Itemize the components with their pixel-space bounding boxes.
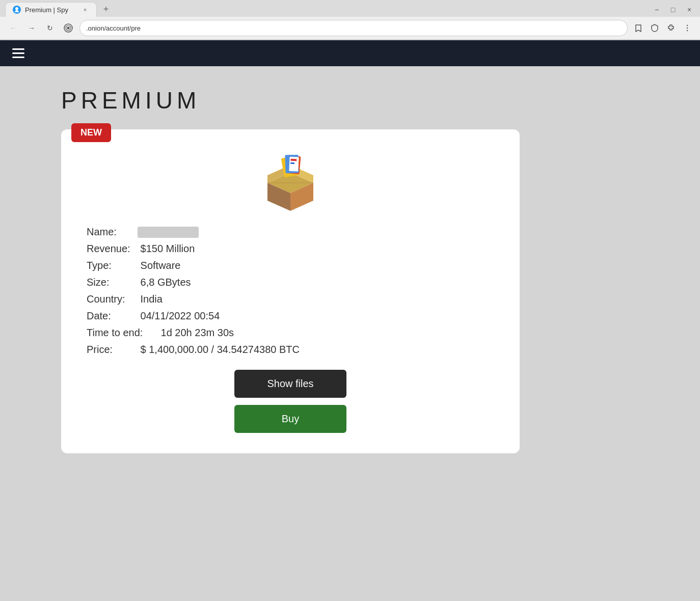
- bookmark-icon[interactable]: [632, 21, 645, 35]
- browser-chrome: Premium | Spy × + − □ × ← → ↻ .onion/acc…: [0, 0, 700, 40]
- date-row: Date: 04/11/2022 00:54: [87, 310, 494, 322]
- time-to-end-row: Time to end: 1d 20h 23m 30s: [87, 327, 494, 339]
- tab-bar: Premium | Spy × + − □ ×: [0, 0, 700, 17]
- country-value: India: [141, 293, 163, 305]
- revenue-value: $150 Million: [141, 243, 195, 255]
- main-content: PREMIUM NEW: [0, 66, 700, 525]
- size-label: Size:: [87, 277, 138, 288]
- box-icon-container: [87, 155, 494, 211]
- svg-point-0: [15, 7, 18, 10]
- extension-icon[interactable]: [664, 21, 678, 35]
- toolbar-icons: [632, 21, 694, 35]
- forward-button[interactable]: →: [24, 21, 39, 35]
- tor-icon: [61, 21, 75, 35]
- info-table: Name: Revenue: $150 Million Type: Softwa…: [87, 226, 494, 356]
- price-value: $ 1,400,000.00 / 34.54274380 BTC: [141, 344, 300, 356]
- new-tab-button[interactable]: +: [99, 3, 113, 17]
- tab-title: Premium | Spy: [25, 6, 68, 14]
- buy-button[interactable]: Buy: [234, 405, 346, 433]
- country-row: Country: India: [87, 293, 494, 305]
- hamburger-line-2: [12, 52, 24, 54]
- price-label: Price:: [87, 344, 138, 356]
- minimize-button[interactable]: −: [651, 4, 662, 15]
- window-controls: − □ ×: [651, 4, 695, 15]
- time-to-end-label: Time to end:: [87, 327, 158, 339]
- box-icon: [260, 155, 321, 211]
- size-value: 6,8 GBytes: [141, 277, 191, 288]
- close-window-button[interactable]: ×: [684, 4, 695, 15]
- address-bar[interactable]: .onion/account/pre: [79, 20, 628, 36]
- svg-point-5: [687, 28, 688, 29]
- tab-close-button[interactable]: ×: [81, 6, 89, 14]
- name-row: Name:: [87, 226, 494, 238]
- hamburger-button[interactable]: [12, 48, 24, 58]
- date-value: 04/11/2022 00:54: [141, 310, 220, 322]
- button-row: Show files Buy: [87, 370, 494, 433]
- tab-favicon: [13, 6, 21, 14]
- menu-icon[interactable]: [681, 21, 694, 35]
- revenue-row: Revenue: $150 Million: [87, 243, 494, 255]
- size-row: Size: 6,8 GBytes: [87, 277, 494, 288]
- svg-rect-17: [290, 162, 294, 164]
- type-value: Software: [141, 260, 181, 271]
- country-label: Country:: [87, 293, 138, 305]
- name-label: Name:: [87, 226, 138, 238]
- hamburger-line-3: [12, 57, 24, 58]
- price-row: Price: $ 1,400,000.00 / 34.54274380 BTC: [87, 344, 494, 356]
- type-label: Type:: [87, 260, 138, 271]
- svg-point-4: [687, 25, 688, 26]
- product-card: NEW: [61, 129, 520, 453]
- svg-point-6: [687, 30, 688, 31]
- show-files-button[interactable]: Show files: [234, 370, 346, 398]
- svg-rect-15: [289, 157, 299, 172]
- maximize-button[interactable]: □: [667, 4, 679, 15]
- site-header: [0, 40, 700, 66]
- active-tab[interactable]: Premium | Spy ×: [5, 2, 97, 17]
- back-button[interactable]: ←: [6, 21, 20, 35]
- svg-point-3: [67, 27, 70, 30]
- page-title: PREMIUM: [61, 87, 639, 114]
- address-text: .onion/account/pre: [86, 24, 621, 32]
- name-value: [138, 227, 199, 238]
- date-label: Date:: [87, 310, 138, 322]
- reload-button[interactable]: ↻: [43, 21, 57, 35]
- time-to-end-value: 1d 20h 23m 30s: [161, 327, 234, 339]
- svg-rect-16: [290, 159, 297, 161]
- shield-icon[interactable]: [648, 21, 661, 35]
- revenue-label: Revenue:: [87, 243, 138, 255]
- hamburger-line-1: [12, 48, 24, 50]
- new-badge: NEW: [71, 123, 111, 142]
- browser-toolbar: ← → ↻ .onion/account/pre: [0, 17, 700, 40]
- type-row: Type: Software: [87, 260, 494, 271]
